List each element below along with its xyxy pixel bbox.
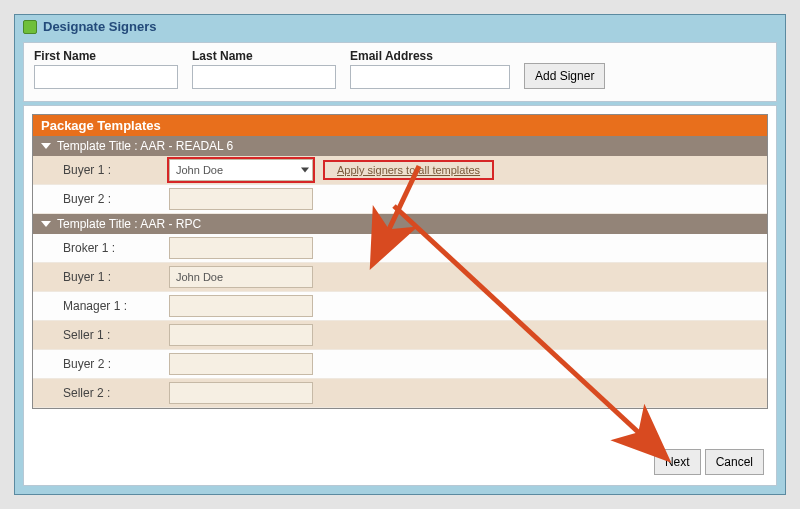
template-roles: Broker 1 : Buyer 1 : Manager 1 : Seller … xyxy=(33,234,767,408)
buyer1-select[interactable] xyxy=(169,159,313,181)
next-button[interactable]: Next xyxy=(654,449,701,475)
last-name-field-group: Last Name xyxy=(192,49,336,89)
seller1-input[interactable] xyxy=(169,324,313,346)
package-templates-panel: Package Templates Template Title : AAR -… xyxy=(23,105,777,486)
role-label: Broker 1 : xyxy=(63,241,159,255)
role-row: Seller 2 : xyxy=(33,379,767,408)
role-row: Manager 1 : xyxy=(33,292,767,321)
broker1-input[interactable] xyxy=(169,237,313,259)
email-field-group: Email Address xyxy=(350,49,510,89)
role-label: Buyer 1 : xyxy=(63,270,159,284)
buyer1-input[interactable] xyxy=(169,266,313,288)
role-row: Buyer 2 : xyxy=(33,350,767,379)
first-name-input[interactable] xyxy=(34,65,178,89)
email-input[interactable] xyxy=(350,65,510,89)
add-signer-form: First Name Last Name Email Address Add S… xyxy=(23,42,777,102)
role-row: Broker 1 : xyxy=(33,234,767,263)
template-header[interactable]: Template Title : AAR - RPC xyxy=(33,214,767,234)
first-name-label: First Name xyxy=(34,49,178,63)
chevron-down-icon xyxy=(41,221,51,227)
manager1-input[interactable] xyxy=(169,295,313,317)
email-label: Email Address xyxy=(350,49,510,63)
role-row: Buyer 2 : xyxy=(33,185,767,214)
chevron-down-icon xyxy=(41,143,51,149)
seller2-input[interactable] xyxy=(169,382,313,404)
cancel-button[interactable]: Cancel xyxy=(705,449,764,475)
role-row: Buyer 1 : Apply signers to all templates xyxy=(33,156,767,185)
modal-title: Designate Signers xyxy=(43,19,156,34)
role-label: Manager 1 : xyxy=(63,299,159,313)
package-templates-header: Package Templates xyxy=(33,115,767,136)
template-roles: Buyer 1 : Apply signers to all templates… xyxy=(33,156,767,214)
role-label: Buyer 2 : xyxy=(63,357,159,371)
modal-footer: Next Cancel xyxy=(654,449,764,475)
role-label: Seller 2 : xyxy=(63,386,159,400)
role-row: Buyer 1 : xyxy=(33,263,767,292)
buyer2-input[interactable] xyxy=(169,188,313,210)
package-templates-box: Package Templates Template Title : AAR -… xyxy=(32,114,768,409)
last-name-label: Last Name xyxy=(192,49,336,63)
template-header[interactable]: Template Title : AAR - READAL 6 xyxy=(33,136,767,156)
designate-signers-modal: Designate Signers First Name Last Name E… xyxy=(14,14,786,495)
template-title: Template Title : AAR - READAL 6 xyxy=(57,139,233,153)
last-name-input[interactable] xyxy=(192,65,336,89)
apply-signers-all-link[interactable]: Apply signers to all templates xyxy=(331,162,486,178)
app-icon xyxy=(23,20,37,34)
template-title: Template Title : AAR - RPC xyxy=(57,217,201,231)
first-name-field-group: First Name xyxy=(34,49,178,89)
modal-titlebar: Designate Signers xyxy=(15,15,785,38)
add-signer-button[interactable]: Add Signer xyxy=(524,63,605,89)
role-row: Seller 1 : xyxy=(33,321,767,350)
buyer2-input[interactable] xyxy=(169,353,313,375)
role-label: Buyer 2 : xyxy=(63,192,159,206)
role-label: Seller 1 : xyxy=(63,328,159,342)
role-label: Buyer 1 : xyxy=(63,163,159,177)
